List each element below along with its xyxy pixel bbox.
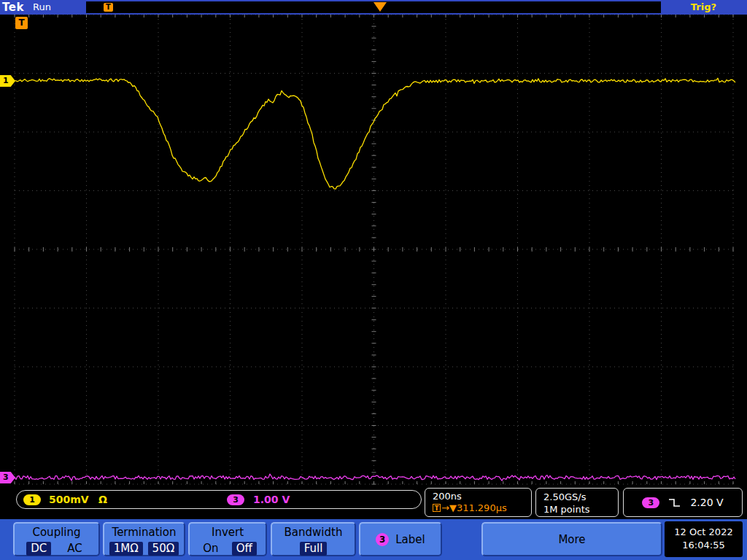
invert-on-option[interactable]: On (198, 542, 222, 556)
label-ch3-badge: 3 (376, 533, 389, 546)
trigger-t-icon: T (433, 504, 441, 512)
timebase-value: 200ns (433, 491, 531, 502)
acquisition-readout: 2.50GS/s 1M points (535, 488, 619, 517)
sample-rate: 2.50GS/s (543, 491, 618, 503)
termination-title: Termination (104, 526, 184, 539)
ch3-scale: 1.00 V (253, 494, 290, 505)
coupling-title: Coupling (15, 526, 98, 539)
invert-off-option[interactable]: Off (232, 542, 257, 556)
trigger-source-channel-badge: 3 (642, 497, 659, 508)
bandwidth-full-option[interactable]: Full (300, 542, 328, 556)
tek-logo: Tek (2, 1, 24, 14)
header-bar: Tek Run T Trig? (0, 0, 747, 15)
date-value: 12 Oct 2022 (665, 526, 743, 539)
falling-edge-icon (668, 497, 681, 508)
label-button[interactable]: 3 Label (359, 522, 442, 556)
more-button[interactable]: More (481, 522, 662, 556)
menu-bar: Coupling DC AC Termination 1MΩ 50Ω Inver… (0, 519, 747, 560)
bandwidth-button[interactable]: Bandwidth Full (271, 522, 356, 556)
channel-readouts: 1 500mV Ω 3 1.00 V (16, 490, 422, 509)
coupling-dc-option[interactable]: DC (26, 542, 51, 556)
ch1-scale: 500mV (49, 494, 89, 505)
trigger-level-value: 2.20 V (690, 497, 723, 508)
termination-50ohm-option[interactable]: 50Ω (148, 542, 179, 556)
trigger-position-arrow-icon[interactable] (374, 2, 387, 12)
more-title: More (558, 533, 585, 546)
trigger-arrow-glyphs-icon: →▼ (441, 502, 457, 513)
ch3-badge: 3 (227, 494, 244, 505)
time-value: 16:04:55 (665, 539, 743, 552)
waveform-display (0, 0, 747, 560)
label-title: Label (395, 533, 425, 546)
readout-bar: 1 500mV Ω 3 1.00 V 200ns T →▼ 311.290µs … (0, 487, 747, 519)
oscilloscope-screen: Tek Run T Trig? T 1 3 1 500mV Ω 3 1.00 V… (0, 0, 747, 560)
coupling-ac-option[interactable]: AC (63, 542, 86, 556)
trigger-status: Trig? (691, 1, 716, 12)
ch1-impedance: Ω (98, 494, 107, 505)
record-trigger-marker-icon[interactable]: T (104, 3, 113, 12)
record-length: 1M points (543, 503, 618, 516)
trigger-readout: 3 2.20 V (623, 488, 743, 517)
invert-title: Invert (190, 526, 266, 539)
coupling-button[interactable]: Coupling DC AC (13, 522, 100, 556)
invert-button[interactable]: Invert On Off (188, 522, 267, 556)
bandwidth-title: Bandwidth (272, 526, 355, 539)
acquisition-status: Run (33, 1, 51, 12)
termination-1meg-option[interactable]: 1MΩ (109, 542, 143, 556)
trigger-position-readout: T →▼ 311.290µs (433, 502, 531, 513)
trigger-source-badge: T (15, 17, 28, 29)
termination-button[interactable]: Termination 1MΩ 50Ω (103, 522, 185, 556)
horizontal-readout: 200ns T →▼ 311.290µs (425, 488, 532, 517)
ch1-badge: 1 (23, 494, 41, 505)
trigger-position-value: 311.290µs (457, 502, 507, 513)
datetime-display: 12 Oct 2022 16:04:55 (665, 521, 743, 557)
